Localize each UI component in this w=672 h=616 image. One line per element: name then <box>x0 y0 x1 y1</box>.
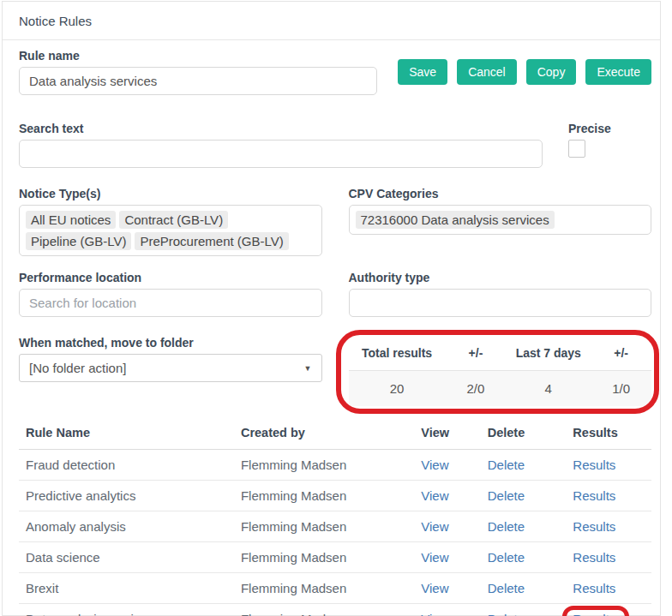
results-link[interactable]: Results <box>573 519 615 534</box>
created-by-cell: Flemming Madsen <box>234 573 414 604</box>
created-by-cell: Flemming Madsen <box>234 542 414 573</box>
col-header-view: View <box>414 418 480 450</box>
authority-type-input[interactable] <box>349 289 652 317</box>
rule-name-input[interactable] <box>19 67 377 95</box>
table-row: Predictive analytics Flemming Madsen Vie… <box>19 481 651 511</box>
tag[interactable]: Pipeline (GB-LV) <box>26 232 131 250</box>
delete-link[interactable]: Delete <box>488 581 525 595</box>
folder-action-select[interactable]: [No folder action] ▼ <box>19 354 322 382</box>
view-link[interactable]: View <box>421 519 448 534</box>
rule-name-cell: Data analysis services <box>19 604 234 616</box>
view-link[interactable]: View <box>421 550 448 565</box>
rule-name-cell: Predictive analytics <box>19 481 234 511</box>
col-header-delete: Delete <box>481 418 567 450</box>
stats-total-delta: 2/0 <box>446 371 507 407</box>
results-link[interactable]: Results <box>573 581 615 595</box>
table-row: Anomaly analysis Flemming Madsen View De… <box>19 511 651 542</box>
stats-last7-delta: 1/0 <box>591 371 651 407</box>
rule-name-cell: Brexit <box>19 573 234 604</box>
delete-link[interactable]: Delete <box>488 612 525 616</box>
notice-rules-form: Rule name Save Cancel Copy Execute Searc… <box>3 40 660 616</box>
notice-rules-panel: Notice Rules Rule name Save Cancel Copy … <box>2 1 661 616</box>
precise-checkbox[interactable] <box>568 140 585 158</box>
rule-name-label: Rule name <box>19 49 377 63</box>
page-title: Notice Rules <box>3 2 660 40</box>
created-by-cell: Flemming Madsen <box>234 481 414 511</box>
performance-location-label: Performance location <box>19 271 322 284</box>
performance-location-input[interactable] <box>19 289 322 317</box>
results-link[interactable]: Results <box>573 488 615 503</box>
table-row: Fraud detection Flemming Madsen View Del… <box>19 450 651 481</box>
action-buttons: Save Cancel Copy Execute <box>398 59 651 85</box>
tag[interactable]: All EU notices <box>26 211 116 229</box>
col-header-rule-name: Rule Name <box>19 418 234 450</box>
folder-action-value: [No folder action] <box>29 361 126 375</box>
rules-table: Rule Name Created by View Delete Results… <box>19 418 651 616</box>
results-stats: Total results +/- Last 7 days +/- 20 2/0… <box>349 340 652 406</box>
stats-last7-days: 4 <box>506 371 591 407</box>
created-by-cell: Flemming Madsen <box>234 511 414 542</box>
notice-types-box[interactable]: All EU notices Contract (GB-LV) Pipeline… <box>19 205 322 256</box>
delete-link[interactable]: Delete <box>488 550 525 565</box>
folder-action-label: When matched, move to folder <box>19 336 322 350</box>
rule-name-cell: Anomaly analysis <box>19 511 234 542</box>
view-link[interactable]: View <box>421 581 448 595</box>
tag[interactable]: 72316000 Data analysis services <box>356 211 555 229</box>
search-text-input[interactable] <box>19 140 543 168</box>
search-text-label: Search text <box>19 122 543 135</box>
view-link[interactable]: View <box>421 612 448 616</box>
precise-label: Precise <box>568 122 651 135</box>
delete-link[interactable]: Delete <box>488 488 525 503</box>
table-row: Data science Flemming Madsen View Delete… <box>19 542 651 573</box>
stats-header-total-delta: +/- <box>446 340 507 371</box>
cpv-categories-label: CPV Categories <box>349 187 652 200</box>
delete-link[interactable]: Delete <box>488 458 525 472</box>
save-button[interactable]: Save <box>398 59 447 85</box>
table-row: Brexit Flemming Madsen View Delete Resul… <box>19 573 651 604</box>
stats-header-last7-delta: +/- <box>591 340 651 371</box>
results-link[interactable]: Results <box>573 458 615 472</box>
notice-types-label: Notice Type(s) <box>19 187 322 200</box>
table-row: Data analysis services Flemming Madsen V… <box>19 604 651 616</box>
rule-name-cell: Data science <box>19 542 234 573</box>
cpv-categories-box[interactable]: 72316000 Data analysis services <box>349 205 652 235</box>
execute-button[interactable]: Execute <box>585 59 651 85</box>
stats-total-results: 20 <box>349 371 446 407</box>
view-link[interactable]: View <box>421 458 448 472</box>
col-header-results: Results <box>566 418 651 450</box>
rules-table-body: Fraud detection Flemming Madsen View Del… <box>19 450 651 616</box>
tag[interactable]: Contract (GB-LV) <box>119 211 228 229</box>
rule-name-cell: Fraud detection <box>19 450 234 481</box>
created-by-cell: Flemming Madsen <box>234 604 414 616</box>
cancel-button[interactable]: Cancel <box>457 59 517 85</box>
authority-type-label: Authority type <box>349 271 652 284</box>
results-link[interactable]: Results <box>573 612 615 616</box>
chevron-down-icon: ▼ <box>304 364 312 373</box>
created-by-cell: Flemming Madsen <box>234 450 414 481</box>
tag[interactable]: PreProcurement (GB-LV) <box>135 232 288 250</box>
stats-header-total: Total results <box>349 340 446 371</box>
col-header-created-by: Created by <box>234 418 414 450</box>
view-link[interactable]: View <box>421 488 448 503</box>
stats-header-last7: Last 7 days <box>506 340 591 371</box>
delete-link[interactable]: Delete <box>488 519 525 534</box>
copy-button[interactable]: Copy <box>526 59 577 85</box>
results-link[interactable]: Results <box>573 550 615 565</box>
